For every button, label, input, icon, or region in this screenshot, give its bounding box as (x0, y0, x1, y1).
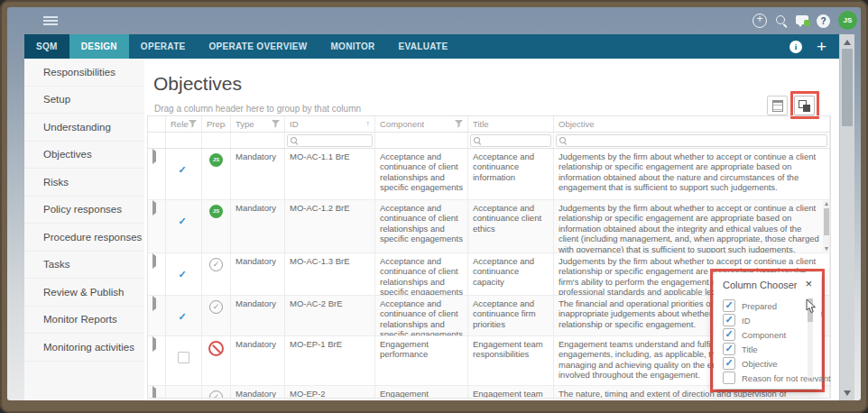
checkbox[interactable] (723, 314, 735, 326)
tab-operate[interactable]: OPERATE (129, 34, 198, 59)
header-id[interactable]: ID ↑ (285, 116, 375, 132)
cell-relevant (166, 200, 202, 252)
cell-id: MO-EP-2 (285, 386, 375, 399)
filter-type (231, 133, 285, 148)
table-row[interactable]: JS Mandatory MO-AC-1.2 BrE Acceptance an… (148, 200, 830, 253)
tab-sqm[interactable]: SQM (24, 34, 69, 59)
user-avatar[interactable]: JS (838, 11, 857, 30)
chat-icon[interactable] (796, 15, 808, 24)
cell-expander (148, 386, 166, 399)
objective-search-input[interactable] (556, 134, 827, 147)
sidebar-item-policy-responses[interactable]: Policy responses (24, 197, 144, 225)
prepared-status-icon: JS (209, 153, 223, 167)
cell-scrollbar[interactable] (823, 201, 829, 252)
topbar-icons: ? JS (753, 7, 857, 34)
row-expander-icon[interactable] (152, 296, 156, 311)
filter-objective-cell (554, 133, 830, 148)
sidebar-item-procedure-responses[interactable]: Procedure responses (24, 224, 144, 252)
scrollbar-thumb[interactable] (842, 49, 853, 126)
chooser-item-reason[interactable]: Reason for not relevant (723, 371, 821, 385)
checkbox[interactable] (723, 328, 735, 341)
sidebar-item-setup[interactable]: Setup (24, 87, 144, 115)
sidebar-item-review-publish[interactable]: Review & Publish (24, 279, 144, 307)
scroll-up-icon[interactable] (844, 40, 851, 45)
prepared-status-icon: JS (209, 205, 223, 218)
sort-ascending-icon[interactable]: ↑ (366, 120, 371, 128)
header-component[interactable]: Component (375, 116, 468, 132)
cell-id: MO-EP-1 BrE (285, 336, 375, 385)
relevant-checkbox[interactable] (179, 216, 189, 226)
table-row[interactable]: JS Mandatory MO-AC-1.1 BrE Acceptance an… (148, 149, 830, 200)
cell-expander (148, 296, 166, 335)
header-type[interactable]: Type (231, 116, 285, 132)
sidebar-item-tasks[interactable]: Tasks (24, 252, 144, 280)
chooser-item-title[interactable]: Title (723, 342, 821, 356)
cell-component: Engagement performance (375, 336, 468, 385)
checkbox[interactable] (723, 299, 735, 312)
id-search-input[interactable] (287, 134, 373, 147)
cell-type: Mandatory (231, 336, 285, 385)
close-icon[interactable]: × (805, 278, 812, 289)
cell-id: MO-AC-1.2 BrE (285, 200, 375, 252)
info-icon[interactable]: i (790, 41, 802, 53)
cell-id: MO-AC-2 BrE (285, 296, 375, 335)
filter-icon[interactable] (272, 120, 280, 128)
export-button[interactable] (767, 96, 788, 115)
sidebar-item-risks[interactable]: Risks (24, 169, 144, 197)
chooser-item-component[interactable]: Component (723, 327, 821, 342)
header-title[interactable]: Title (468, 116, 554, 132)
tab-evaluate[interactable]: EVALUATE (387, 34, 460, 59)
add-icon[interactable]: + (817, 41, 826, 53)
header-relevant[interactable]: Relevant (166, 116, 202, 132)
column-chooser-icon (799, 100, 810, 112)
row-expander-icon[interactable] (152, 386, 156, 399)
filter-icon[interactable] (189, 120, 197, 128)
tab-design[interactable]: DESIGN (69, 34, 129, 59)
chat-status-dot (804, 20, 810, 26)
relevant-checkbox[interactable] (178, 352, 189, 363)
sidebar-item-monitor-reports[interactable]: Monitor Reports (24, 307, 144, 335)
row-expander-icon[interactable] (152, 200, 156, 216)
relevant-checkbox[interactable] (179, 269, 189, 280)
row-expander-icon[interactable] (152, 253, 156, 269)
row-expander-icon[interactable] (152, 149, 156, 164)
column-chooser-button[interactable] (794, 96, 815, 115)
relevant-checkbox[interactable] (179, 311, 189, 322)
chooser-item-objective[interactable]: Objective (723, 356, 821, 371)
relevant-checkbox[interactable] (179, 164, 189, 175)
navbar-actions: i + (790, 34, 839, 59)
hamburger-menu-icon[interactable] (43, 16, 58, 18)
filter-component (375, 133, 468, 148)
add-circle-icon[interactable] (753, 14, 767, 28)
search-icon[interactable] (775, 14, 788, 27)
page-scrollbar[interactable] (839, 34, 854, 400)
filter-prepared (202, 133, 231, 148)
chooser-item-id[interactable]: ID (723, 313, 821, 327)
cell-type: Mandatory (231, 296, 285, 335)
sidebar-item-understanding[interactable]: Understanding (24, 114, 144, 142)
sidebar-item-responsibilities[interactable]: Responsibilities (24, 59, 144, 87)
cell-id: MO-AC-1.3 BrE (285, 253, 375, 295)
sidebar-item-monitoring-activities[interactable]: Monitoring activities (24, 334, 144, 362)
help-icon[interactable]: ? (817, 14, 830, 28)
magnifier-icon (474, 137, 481, 144)
tab-operate-overview[interactable]: OPERATE OVERVIEW (198, 34, 319, 59)
header-prepared[interactable]: Prepared (202, 116, 231, 132)
checkbox[interactable] (723, 357, 735, 370)
sidebar-item-objectives[interactable]: Objectives (24, 142, 144, 170)
filter-icon[interactable] (455, 120, 463, 128)
header-objective[interactable]: Objective (554, 116, 830, 132)
prepared-status-icon: JS (209, 390, 223, 399)
cell-title: Acceptance and continuance capacity (468, 253, 554, 295)
cell-prepared: JS (202, 336, 231, 385)
row-expander-icon[interactable] (152, 336, 156, 352)
checkbox[interactable] (723, 343, 735, 355)
page-title: Objectives (153, 73, 242, 95)
scroll-down-icon[interactable] (844, 390, 851, 396)
group-by-hint: Drag a column header here to group by th… (154, 104, 361, 114)
prepared-status-icon: JS (208, 341, 224, 356)
checkbox[interactable] (723, 372, 735, 384)
mouse-cursor (806, 299, 817, 314)
tab-monitor[interactable]: MONITOR (319, 34, 386, 59)
title-search-input[interactable] (470, 134, 551, 147)
